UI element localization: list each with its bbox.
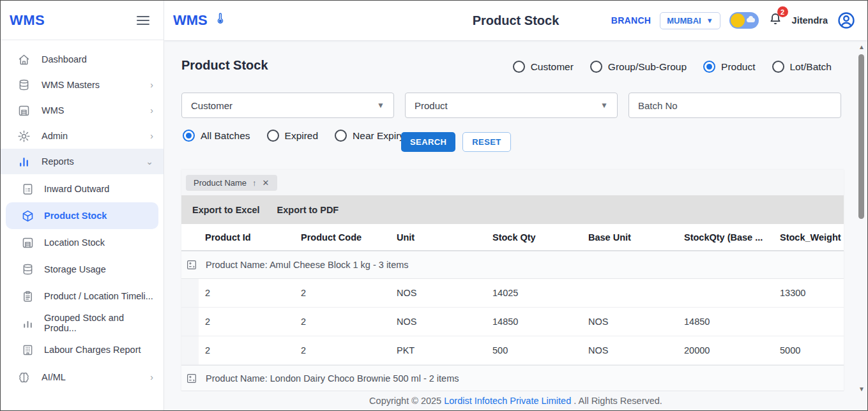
customer-select-placeholder: Customer [191, 100, 232, 111]
radio-icon [703, 61, 715, 73]
batch-no-input[interactable] [628, 93, 841, 118]
app-window: WMS Dashboard WMS Masters › WMS › Admin [0, 0, 868, 411]
sidebar-item-label: Reports [42, 156, 74, 167]
hamburger-menu-icon[interactable] [137, 13, 149, 27]
sidebar-item-label: WMS [42, 105, 64, 116]
sidebar-item-labour-charges[interactable]: Labour Charges Report [1, 336, 164, 363]
radio-label: Lot/Batch [790, 61, 832, 73]
radio-icon [590, 61, 602, 73]
building-icon [21, 343, 35, 357]
sidebar-item-reports[interactable]: Reports ⌄ [1, 149, 164, 174]
radio-label: Near Expiry [353, 130, 404, 142]
product-stock-grid: Product Name ↑ ✕ Export to Excel Export … [181, 170, 844, 391]
notifications-button[interactable]: 2 [768, 11, 783, 30]
sidebar-item-label: Dashboard [42, 54, 87, 64]
user-avatar-icon[interactable] [837, 11, 856, 30]
reset-button[interactable]: RESET [462, 132, 510, 152]
rights-text: . All Rights Reserved. [574, 396, 662, 406]
thermometer-icon[interactable] [214, 11, 227, 30]
group-row[interactable]: Product Name: Amul Cheese Block 1 kg - 3… [181, 251, 844, 279]
table-row[interactable]: 2 2 NOS 14850 NOS 14850 [181, 308, 844, 336]
sidebar-item-label: WMS Masters [42, 80, 100, 90]
expand-collapse-icon[interactable] [186, 373, 197, 384]
sidebar-item-label: Labour Charges Report [44, 345, 141, 355]
header-brand-text: WMS [173, 12, 208, 29]
reports-submenu: Inward Outward Product Stock Location St… [1, 174, 164, 364]
username-label: Jitendra [792, 15, 828, 26]
search-button[interactable]: SEARCH [401, 132, 455, 152]
sidebar-item-product-location-timeline[interactable]: Product / Location Timeli... [1, 283, 164, 310]
sidebar-item-wms-masters[interactable]: WMS Masters › [1, 72, 164, 98]
export-pdf-button[interactable]: Export to PDF [277, 205, 339, 215]
sidebar-item-admin[interactable]: Admin › [1, 123, 164, 149]
radio-label: Expired [285, 130, 319, 142]
radio-group-sub-group[interactable]: Group/Sub-Group [590, 61, 687, 73]
vertical-scrollbar[interactable]: ▲ ▼ [858, 41, 865, 395]
expand-collapse-icon[interactable] [186, 259, 197, 271]
column-header[interactable]: StockQty (Base ... [678, 232, 773, 243]
column-header[interactable]: Stock_Weight [773, 232, 844, 243]
clipboard-icon [21, 289, 35, 303]
home-icon [17, 52, 31, 66]
customer-select[interactable]: Customer ▼ [181, 93, 394, 118]
cell-stock-weight: 5000 [773, 345, 844, 355]
chevron-right-icon: › [150, 131, 153, 141]
sidebar-item-ai-ml[interactable]: AI/ML › [1, 364, 164, 390]
brain-icon [17, 370, 31, 384]
sidebar-item-inward-outward[interactable]: Inward Outward [1, 176, 164, 202]
table-row[interactable]: 2 2 PKT 500 NOS 20000 5000 [181, 336, 844, 365]
sidebar-item-storage-usage[interactable]: Storage Usage [1, 256, 164, 283]
group-title: Product Name: London Dairy Choco Brownie… [206, 373, 459, 384]
column-header[interactable]: Unit [390, 232, 486, 243]
document-icon [21, 182, 35, 196]
cell-unit: NOS [390, 317, 486, 327]
chevron-right-icon: › [150, 105, 153, 116]
sidebar-item-label: Location Stock [44, 237, 105, 248]
radio-all-batches[interactable]: All Batches [183, 130, 250, 142]
radio-near-expiry[interactable]: Near Expiry [335, 130, 404, 142]
group-row[interactable]: Product Name: London Dairy Choco Brownie… [181, 365, 844, 391]
sort-ascending-icon[interactable]: ↑ [252, 178, 257, 188]
radio-expired[interactable]: Expired [267, 130, 319, 142]
product-select[interactable]: Product ▼ [405, 93, 618, 118]
company-link[interactable]: Lordist Infotech Private Limited [444, 396, 571, 406]
column-header[interactable]: Product Id [199, 232, 294, 243]
sidebar-item-label: Product Stock [44, 211, 107, 221]
table-header-row: Product Id Product Code Unit Stock Qty B… [181, 224, 844, 251]
scrollbar-thumb[interactable] [858, 54, 864, 219]
sidebar-item-wms[interactable]: WMS › [1, 98, 164, 123]
theme-toggle[interactable] [729, 12, 759, 29]
sidebar-item-grouped-stock[interactable]: Grouped Stock and Produ... [1, 310, 164, 336]
column-header[interactable]: Product Code [294, 232, 390, 243]
scroll-up-arrow[interactable]: ▲ [858, 44, 865, 50]
column-header[interactable]: Base Unit [582, 232, 678, 243]
chip-close-icon[interactable]: ✕ [263, 178, 270, 188]
sidebar-item-label: Inward Outward [44, 184, 109, 194]
branch-select[interactable]: MUMBAI ▼ [660, 12, 720, 29]
filter-row: Customer ▼ Product ▼ [181, 93, 841, 118]
sidebar-item-product-stock[interactable]: Product Stock [6, 202, 158, 229]
radio-icon [183, 130, 195, 142]
cell-product-id: 2 [199, 317, 294, 327]
sidebar-item-dashboard[interactable]: Dashboard [1, 47, 164, 72]
warehouse-icon [21, 235, 35, 250]
table-row[interactable]: 2 2 NOS 14025 13300 [181, 279, 844, 308]
header-actions: BRANCH MUMBAI ▼ 2 Jitendra [611, 11, 856, 30]
sidebar-item-location-stock[interactable]: Location Stock [1, 229, 164, 256]
cell-stock-weight: 13300 [773, 288, 844, 298]
column-header[interactable]: Stock Qty [486, 232, 582, 243]
cell-unit: PKT [390, 345, 486, 355]
export-excel-button[interactable]: Export to Excel [192, 205, 260, 215]
sun-icon [731, 13, 745, 27]
radio-product[interactable]: Product [703, 61, 755, 73]
sort-chip-product-name[interactable]: Product Name ↑ ✕ [186, 175, 277, 191]
top-header: WMS Product Stock BRANCH MUMBAI ▼ 2 Jite… [164, 1, 867, 40]
cell-unit: NOS [390, 288, 486, 298]
radio-customer[interactable]: Customer [513, 61, 574, 73]
sidebar-menu: Dashboard WMS Masters › WMS › Admin › Re… [1, 40, 164, 390]
cell-product-code: 2 [294, 345, 390, 355]
radio-lot-batch[interactable]: Lot/Batch [772, 61, 832, 73]
sidebar-item-label: Product / Location Timeli... [44, 291, 153, 301]
notification-badge: 2 [777, 6, 788, 17]
sidebar-header: WMS [1, 1, 164, 40]
